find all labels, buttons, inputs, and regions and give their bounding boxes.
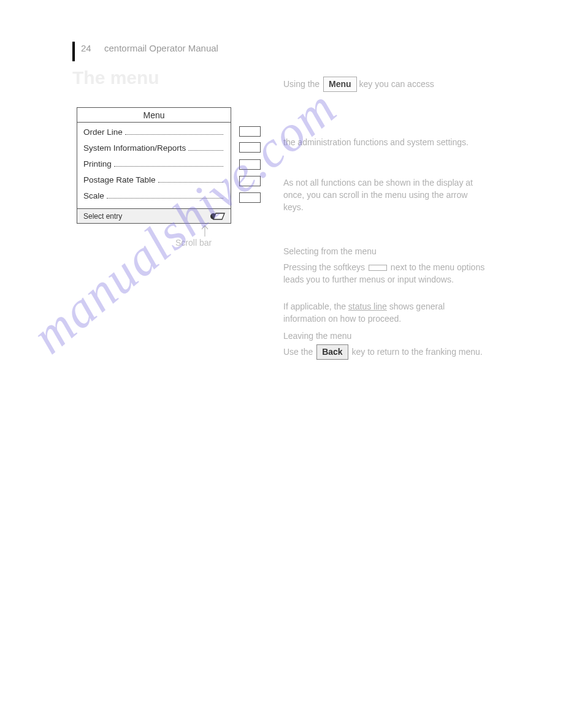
lcd-row: System Information/Reports <box>83 143 224 159</box>
subheading: Leaving the menu <box>283 330 489 342</box>
page-number: 24 <box>81 43 91 53</box>
body-text: If applicable, the status line shows gen… <box>283 300 489 325</box>
body-text: Leaving the menu Use the Back key to ret… <box>283 330 489 360</box>
body-text: As not all functions can be shown in the… <box>283 176 489 213</box>
softkey-icon <box>369 265 387 271</box>
txt: the <box>283 137 297 147</box>
scroll-icon <box>210 211 226 221</box>
lcd-title: Menu <box>77 108 231 123</box>
txt: . <box>466 137 469 147</box>
menu-key-button[interactable]: Menu <box>323 77 357 92</box>
section-heading: The menu <box>72 67 159 88</box>
txt: Use the <box>283 347 315 357</box>
softkey-button[interactable] <box>239 159 261 170</box>
lcd-dots <box>158 182 223 183</box>
lcd-item-label: Order Line <box>83 127 123 137</box>
txt: key to return to the franking menu. <box>352 347 483 357</box>
subheading: Selecting from the menu <box>283 245 489 257</box>
txt: and <box>388 137 407 147</box>
lcd-item-label: Scale <box>83 191 104 200</box>
header-rule <box>72 42 75 61</box>
back-key-button[interactable]: Back <box>316 344 348 360</box>
lcd-footer-text: Select entry <box>83 212 122 221</box>
txt: administration functions <box>297 137 388 147</box>
softkey-button[interactable] <box>239 126 261 137</box>
body-text: Selecting from the menu Pressing the sof… <box>283 245 489 286</box>
status-line-term: status line <box>348 301 387 311</box>
callout-arrow-icon <box>201 226 209 237</box>
txt: If applicable, the <box>283 301 348 311</box>
lcd-item-label: System Information/Reports <box>83 143 186 153</box>
lcd-row: Order Line <box>83 127 224 143</box>
lcd-body: Order Line System Information/Reports Pr… <box>77 123 231 208</box>
lcd-item-label: Printing <box>83 159 112 169</box>
body-text: the administration functions and system … <box>283 136 489 148</box>
softkey-button[interactable] <box>239 176 261 186</box>
lcd-footer: Select entry <box>77 208 231 223</box>
lcd-dots <box>125 134 223 135</box>
lcd-panel: Menu Order Line System Information/Repor… <box>77 107 231 224</box>
lcd-item-label: Postage Rate Table <box>83 175 156 184</box>
lcd-row: Scale <box>83 191 224 207</box>
lcd-dots <box>114 166 223 167</box>
lcd-dots <box>107 198 223 199</box>
txt: system settings <box>407 137 466 147</box>
intro-pre: Using the <box>283 79 322 89</box>
lcd-row: Postage Rate Table <box>83 175 224 191</box>
lcd-row: Printing <box>83 159 224 175</box>
header-title: centormail Operator Manual <box>104 43 218 53</box>
intro-text: Using the Menu key you can access <box>283 77 489 92</box>
softkey-button[interactable] <box>239 142 261 153</box>
txt: Pressing the softkeys <box>283 262 367 272</box>
txt: As not all functions can be shown in the… <box>283 178 473 212</box>
lcd-dots <box>188 150 223 151</box>
softkey-button[interactable] <box>239 192 261 203</box>
callout-label: Scroll bar <box>175 238 212 248</box>
intro-post: key you can access <box>359 79 434 89</box>
